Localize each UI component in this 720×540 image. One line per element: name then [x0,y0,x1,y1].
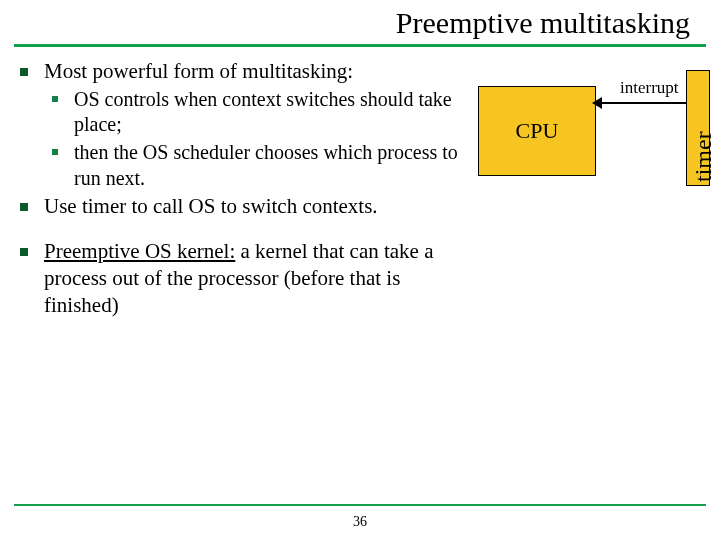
bullet-1: Most powerful form of multitasking: OS c… [14,58,464,191]
page-number: 36 [0,514,720,530]
slide-title: Preemptive multitasking [0,6,710,40]
bullet-3-term: Preemptive OS kernel: [44,239,235,263]
interrupt-arrow-line [598,102,686,104]
cpu-box: CPU [478,86,596,176]
cpu-label: CPU [516,118,559,144]
interrupt-label: interrupt [620,78,679,98]
footer-rule [14,504,706,506]
body-text: Most powerful form of multitasking: OS c… [14,58,464,321]
bullet-3: Preemptive OS kernel: a kernel that can … [14,238,464,319]
timer-label: timer [690,131,717,182]
slide: Preemptive multitasking Most powerful fo… [0,0,720,540]
bullet-2: Use timer to call OS to switch contexts. [14,193,464,220]
bullet-1-text: Most powerful form of multitasking: [44,59,353,83]
bullet-1a: OS controls when context switches should… [44,87,464,138]
bullet-1b: then the OS scheduler chooses which proc… [44,140,464,191]
title-rule [14,44,706,47]
interrupt-arrow-head [592,97,602,109]
